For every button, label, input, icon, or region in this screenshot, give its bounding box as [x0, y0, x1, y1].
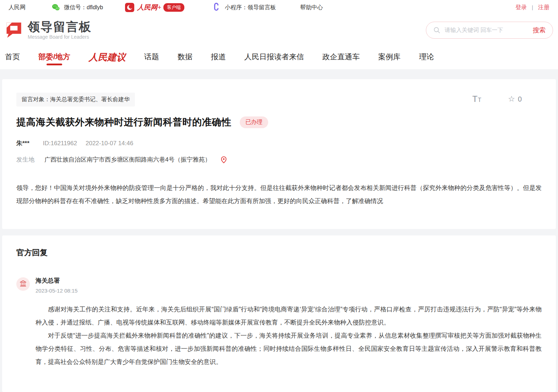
app-name: 人民网+	[137, 3, 161, 12]
location-label: 发生地	[16, 156, 34, 164]
site-header: 领导留言板 Message Board for Leaders 搜索	[0, 15, 558, 45]
nav-item-reports[interactable]: 报道	[211, 49, 226, 65]
message-title-row: 提高海关截获外来物种时进行新闻科普时的准确性 已办理	[16, 116, 542, 129]
nav-item-gov-biz-express[interactable]: 政企直通车	[323, 49, 360, 65]
message-author: 朱***	[16, 139, 29, 147]
reply-card: 官方回复 海关总署	[2, 235, 556, 392]
top-utility-bar: 人民网 微信号：dfldlyb	[0, 0, 558, 15]
reply-text: 感谢对海关工作的关注和支持。近年来，海关先后组织开展“国门绿盾”行动和“跨境电商…	[36, 303, 542, 369]
nav-item-topics[interactable]: 话题	[144, 49, 159, 65]
institution-icon	[19, 279, 27, 289]
location-text: 广西壮族自治区南宁市西乡塘区衡阳路南六巷4号（振宁雅苑）	[44, 156, 211, 164]
logo-mark-icon	[4, 20, 24, 41]
primary-nav: 首页 部委/地方 人民建议 话题 数据 报道 人民日报读者来信 政企直通车 案例…	[0, 45, 558, 69]
reply-content: 海关总署 2023-05-12 08:15 感谢对海关工作的关注和支持。近年来，…	[36, 277, 542, 369]
nav-item-peoples-suggestions[interactable]: 人民建议	[89, 49, 126, 66]
wechat-icon	[51, 3, 60, 12]
message-toprow: 留言对象：海关总署党委书记、署长俞建华 TT ☆ 0	[16, 93, 542, 107]
search-bar: 搜索	[426, 22, 553, 39]
reply-paragraph: 感谢对海关工作的关注和支持。近年来，海关先后组织开展“国门绿盾”行动和“跨境电商…	[36, 303, 542, 329]
search-button[interactable]: 搜索	[533, 26, 546, 34]
page: 人民网 微信号：dfldlyb	[0, 0, 558, 392]
status-badge: 已办理	[240, 116, 268, 128]
auth-divider: |	[532, 5, 533, 10]
search-icon	[433, 27, 440, 34]
help-center-link[interactable]: 帮助中心	[300, 4, 323, 11]
peoples-daily-link[interactable]: 人民网	[9, 4, 26, 11]
font-size-small-glyph: T	[478, 97, 482, 103]
favorite-control[interactable]: ☆ 0	[508, 95, 522, 103]
reply-section-title: 官方回复	[16, 247, 542, 258]
app-client-badge: 客户端	[163, 3, 184, 12]
search-input[interactable]	[445, 27, 533, 33]
message-date: 2022-10-07 14:46	[86, 140, 133, 147]
wechat-label: 微信号：dfldlyb	[64, 4, 103, 11]
message-target-tag: 留言对象：海关总署党委书记、署长俞建华	[16, 93, 135, 107]
location-pin-icon[interactable]	[220, 156, 228, 164]
message-title: 提高海关截获外来物种时进行新闻科普时的准确性	[16, 116, 231, 129]
nav-item-home[interactable]: 首页	[5, 49, 20, 65]
register-link[interactable]: 注册	[538, 4, 549, 11]
message-actions: TT ☆ 0	[472, 94, 542, 104]
nav-item-case-library[interactable]: 案例库	[378, 49, 401, 65]
message-id: ID:16211962	[43, 140, 77, 147]
app-group[interactable]: 人民网+ 客户端	[125, 3, 184, 12]
login-link[interactable]: 登录	[515, 4, 527, 11]
message-card: 留言对象：海关总署党委书记、署长俞建华 TT ☆ 0 提高海关截获外来物种时进行…	[2, 79, 556, 229]
miniprogram-label: 小程序：领导留言板	[225, 4, 276, 11]
message-body: 领导，您好！中国海关对境外外来物种的防疫管理一向是十分严格的，我对此十分支持。但…	[16, 181, 542, 208]
font-size-toggle[interactable]: TT	[472, 94, 482, 104]
logo-title: 领导留言板	[28, 21, 92, 33]
reply-agency-name: 海关总署	[36, 277, 542, 285]
peoples-daily-plus-icon	[125, 3, 134, 12]
logo-text: 领导留言板 Message Board for Leaders	[28, 21, 92, 40]
reply-paragraph: 对于反馈“进一步提高海关拦截外来物种新闻科普的准确性”的建议，下一步，海关将持续…	[36, 329, 542, 369]
message-location-row: 发生地 广西壮族自治区南宁市西乡塘区衡阳路南六巷4号（振宁雅苑）	[16, 156, 542, 164]
nav-item-ministries-local[interactable]: 部委/地方	[38, 49, 70, 65]
nav-item-reader-letters[interactable]: 人民日报读者来信	[244, 49, 304, 65]
miniprogram-group[interactable]: 小程序：领导留言板	[212, 2, 276, 12]
miniprogram-icon	[212, 2, 221, 12]
nav-item-data[interactable]: 数据	[178, 49, 193, 65]
reply-date: 2023-05-12 08:15	[36, 288, 542, 294]
agency-avatar	[16, 277, 30, 291]
auth-links: 登录 | 注册	[515, 4, 549, 11]
star-icon: ☆	[508, 95, 515, 103]
logo-subtitle: Message Board for Leaders	[28, 34, 92, 40]
font-size-big-glyph: T	[472, 94, 478, 104]
site-logo[interactable]: 领导留言板 Message Board for Leaders	[4, 20, 92, 41]
wechat-group: 微信号：dfldlyb	[51, 3, 103, 12]
main-content: 留言对象：海关总署党委书记、署长俞建华 TT ☆ 0 提高海关截获外来物种时进行…	[0, 69, 558, 392]
nav-item-theory[interactable]: 理论	[419, 49, 434, 65]
favorite-count: 0	[518, 95, 522, 103]
reply-item: 海关总署 2023-05-12 08:15 感谢对海关工作的关注和支持。近年来，…	[16, 277, 542, 369]
message-meta: 朱*** ID:16211962 2022-10-07 14:46	[16, 139, 542, 147]
